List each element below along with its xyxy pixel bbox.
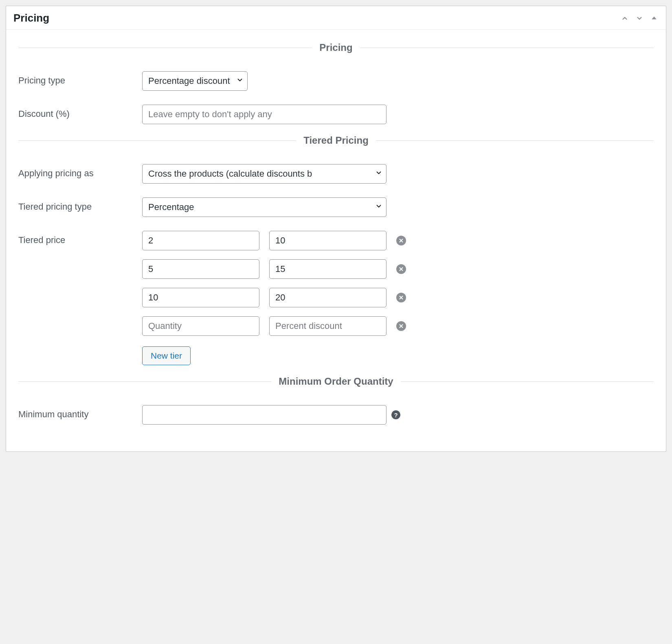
row-applying-as: Applying pricing as Cross the products (… xyxy=(18,164,654,184)
tiered-type-label: Tiered pricing type xyxy=(18,197,142,212)
section-min-order-qty: Minimum Order Quantity Minimum quantity … xyxy=(18,376,654,425)
section-heading-label: Pricing xyxy=(312,42,360,53)
applying-as-select[interactable]: Cross the products (calculate discounts … xyxy=(142,164,387,184)
remove-tier-button[interactable] xyxy=(396,321,406,331)
section-heading-pricing: Pricing xyxy=(18,42,654,53)
tier-value-input[interactable] xyxy=(269,288,387,307)
pricing-type-select[interactable]: Percentage discount xyxy=(142,71,248,91)
row-pricing-type: Pricing type Percentage discount xyxy=(18,71,654,91)
section-tiered-pricing: Tiered Pricing Applying pricing as Cross… xyxy=(18,135,654,365)
row-tiered-price: Tiered price xyxy=(18,231,654,365)
pricing-panel: Pricing Pricing Pricing type xyxy=(6,6,666,452)
tier-value-input[interactable] xyxy=(269,259,387,279)
svg-marker-0 xyxy=(652,16,657,19)
panel-header: Pricing xyxy=(6,6,666,30)
new-tier-row: New tier xyxy=(142,346,406,365)
tiered-type-select[interactable]: Percentage xyxy=(142,197,387,217)
collapse-toggle-button[interactable] xyxy=(650,14,659,23)
help-icon[interactable]: ? xyxy=(391,410,400,419)
panel-body: Pricing Pricing type Percentage discount… xyxy=(6,30,666,451)
discount-label: Discount (%) xyxy=(18,105,142,119)
tier-quantity-input[interactable] xyxy=(142,288,259,307)
applying-as-label: Applying pricing as xyxy=(18,164,142,179)
min-qty-input[interactable] xyxy=(142,405,387,425)
new-tier-button[interactable]: New tier xyxy=(142,346,191,365)
tier-row xyxy=(142,316,406,336)
section-heading-min-order: Minimum Order Quantity xyxy=(18,376,654,387)
section-heading-label: Minimum Order Quantity xyxy=(271,376,400,387)
tier-quantity-input[interactable] xyxy=(142,316,259,336)
section-pricing: Pricing Pricing type Percentage discount… xyxy=(18,42,654,124)
tier-value-input[interactable] xyxy=(269,231,387,250)
move-down-button[interactable] xyxy=(635,14,644,23)
tier-quantity-input[interactable] xyxy=(142,259,259,279)
section-heading-tiered: Tiered Pricing xyxy=(18,135,654,146)
remove-tier-button[interactable] xyxy=(396,293,406,302)
remove-tier-button[interactable] xyxy=(396,236,406,245)
tier-quantity-input[interactable] xyxy=(142,231,259,250)
tier-row xyxy=(142,259,406,279)
tiered-price-label: Tiered price xyxy=(18,231,142,245)
row-discount: Discount (%) xyxy=(18,105,654,124)
tiered-price-list: New tier xyxy=(142,231,406,365)
discount-input[interactable] xyxy=(142,105,387,124)
section-heading-label: Tiered Pricing xyxy=(296,135,376,146)
row-min-qty: Minimum quantity ? xyxy=(18,405,654,425)
move-up-button[interactable] xyxy=(620,14,629,23)
remove-tier-button[interactable] xyxy=(396,264,406,274)
tier-value-input[interactable] xyxy=(269,316,387,336)
row-tiered-type: Tiered pricing type Percentage xyxy=(18,197,654,217)
tier-row xyxy=(142,231,406,250)
min-qty-label: Minimum quantity xyxy=(18,405,142,420)
panel-title: Pricing xyxy=(13,12,49,24)
panel-header-controls xyxy=(620,14,659,23)
tier-row xyxy=(142,288,406,307)
pricing-type-label: Pricing type xyxy=(18,71,142,86)
